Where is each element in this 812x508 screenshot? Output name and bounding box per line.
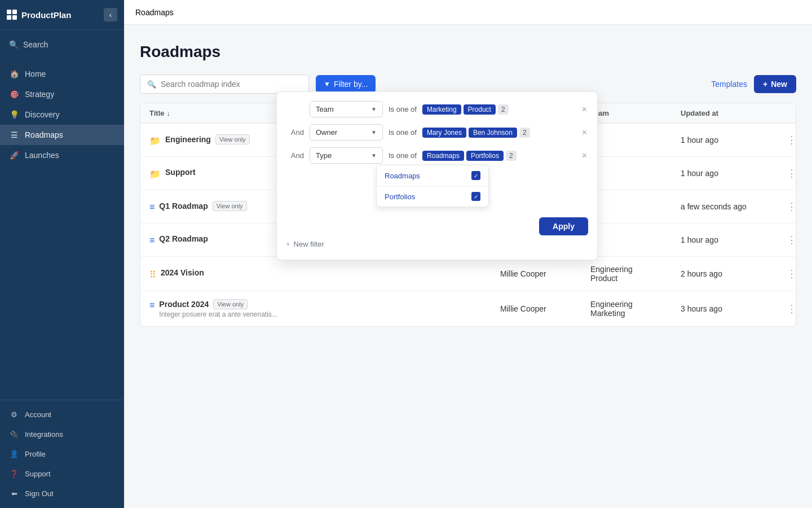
filter-operator-2: Is one of	[389, 128, 417, 137]
filter-button-label: Filter by...	[334, 80, 368, 89]
row-team-cell: Engineering Product	[581, 257, 672, 291]
filter-connector-3: And	[286, 151, 304, 160]
row-title-text: Engineering	[165, 135, 211, 144]
row-more-button[interactable]: ⋮	[782, 265, 801, 282]
row-updated-cell: a few seconds ago	[672, 194, 773, 219]
sidebar-search-button[interactable]: 🔍 Search	[7, 36, 117, 54]
apply-button[interactable]: Apply	[539, 217, 588, 235]
filter-values-3: Roadmaps Portfolios 2	[422, 151, 575, 161]
sidebar-header: ProductPlan ‹	[0, 0, 124, 30]
sidebar-item-signout[interactable]: ⬅ Sign Out	[0, 484, 124, 503]
row-more-button[interactable]: ⋮	[782, 198, 801, 215]
row-title-text: 2024 Vision	[161, 268, 204, 277]
sidebar-item-home[interactable]: 🏠 Home	[0, 64, 124, 84]
search-input[interactable]	[161, 80, 302, 89]
sort-icon: ↓	[167, 109, 171, 117]
filter-remove-button[interactable]: ×	[581, 104, 588, 115]
sidebar-item-strategy[interactable]: 🎯 Strategy	[0, 84, 124, 104]
filter-count: 2	[506, 151, 517, 161]
sidebar-item-account-label: Account	[25, 410, 51, 419]
table-row: ≡ Product 2024 View only Integer posuere…	[140, 291, 796, 326]
new-button[interactable]: + New	[754, 75, 796, 93]
search-box: 🔍	[140, 75, 309, 94]
dropdown-item-portfolios[interactable]: Portfolios ✓	[377, 186, 488, 207]
list-icon: ≡	[149, 300, 155, 310]
launches-icon: 🚀	[9, 151, 19, 160]
sidebar-item-launches[interactable]: 🚀 Launches	[0, 145, 124, 165]
row-actions-cell: ⋮	[773, 190, 796, 223]
row-actions-cell: ⋮	[773, 224, 796, 256]
main-content: Roadmaps Roadmaps 🔍 ▼ Filter by... Templ…	[124, 0, 812, 508]
filter-field-owner[interactable]: Owner ▼	[310, 124, 383, 141]
dropdown-label: Roadmaps	[385, 172, 420, 180]
row-title-text: Product 2024	[159, 300, 209, 309]
sidebar-nav: 🏠 Home 🎯 Strategy 💡 Discovery ☰ Roadmaps…	[0, 59, 124, 400]
filter-operator-3: Is one of	[389, 151, 417, 160]
row-owner-cell: Millie Cooper	[491, 296, 581, 321]
filter-tag: Roadmaps	[422, 151, 464, 161]
type-dropdown: Roadmaps ✓ Portfolios ✓	[376, 165, 489, 207]
filter-remove-button[interactable]: ×	[581, 128, 588, 138]
filter-remove-button[interactable]: ×	[581, 151, 588, 161]
logo-icon	[7, 10, 17, 20]
apply-button-wrapper: Apply	[286, 212, 588, 235]
view-only-badge: View only	[213, 201, 247, 211]
row-more-button[interactable]: ⋮	[782, 132, 801, 148]
row-more-button[interactable]: ⋮	[782, 231, 801, 248]
table-row: ⠿ 2024 Vision Millie Cooper Engineering …	[140, 257, 796, 291]
topbar-title: Roadmaps	[135, 8, 174, 17]
sidebar-search-label: Search	[23, 40, 48, 49]
row-more-button[interactable]: ⋮	[782, 165, 801, 182]
row-updated-cell: 2 hours ago	[672, 261, 773, 286]
row-actions-cell: ⋮	[773, 257, 796, 290]
filter-count: 2	[519, 128, 530, 138]
logo-text: ProductPlan	[21, 10, 71, 20]
filter-button[interactable]: ▼ Filter by...	[316, 75, 376, 93]
row-updated-cell: 1 hour ago	[672, 161, 773, 186]
integrations-icon: 🔌	[9, 430, 19, 439]
sidebar-collapse-button[interactable]: ‹	[104, 8, 117, 21]
filter-field-type[interactable]: Type ▼	[310, 147, 383, 164]
row-actions-cell: ⋮	[773, 124, 796, 156]
sidebar-item-profile[interactable]: 👤 Profile	[0, 444, 124, 464]
checkbox-portfolios[interactable]: ✓	[471, 192, 480, 201]
filter-tag: Marketing	[422, 104, 461, 115]
filter-field-label: Type	[316, 151, 332, 160]
row-title-text: Support	[165, 168, 196, 177]
sidebar-item-launches-label: Launches	[25, 151, 59, 160]
row-more-button[interactable]: ⋮	[782, 300, 801, 317]
search-icon: 🔍	[9, 40, 19, 49]
sidebar-item-signout-label: Sign Out	[25, 489, 54, 498]
filter-tag: Product	[464, 104, 496, 115]
row-owner-cell: Millie Cooper	[491, 261, 581, 286]
sidebar-item-integrations[interactable]: 🔌 Integrations	[0, 424, 124, 444]
filter-row-type: And Type ▼ Is one of Roadmaps Portfolios…	[286, 147, 588, 164]
dropdown-label: Portfolios	[385, 192, 415, 201]
sidebar-item-roadmaps[interactable]: ☰ Roadmaps	[0, 125, 124, 145]
checkbox-roadmaps[interactable]: ✓	[471, 171, 480, 180]
dropdown-item-roadmaps[interactable]: Roadmaps ✓	[377, 165, 488, 186]
sidebar-item-discovery[interactable]: 💡 Discovery	[0, 104, 124, 125]
view-only-badge: View only	[213, 299, 248, 309]
templates-button[interactable]: Templates	[711, 80, 747, 89]
sidebar-item-profile-label: Profile	[25, 450, 46, 458]
sidebar-item-account[interactable]: ⚙ Account	[0, 405, 124, 424]
filter-operator-1: Is one of	[389, 105, 417, 113]
sidebar-item-support[interactable]: ❓ Support	[0, 464, 124, 484]
row-title-cell: ⠿ 2024 Vision	[140, 260, 491, 288]
row-updated-cell: 1 hour ago	[672, 128, 773, 152]
add-filter-label: New filter	[294, 240, 324, 248]
filter-field-team[interactable]: Team ▼	[310, 101, 383, 117]
chevron-down-icon: ▼	[371, 129, 377, 135]
discovery-icon: 💡	[9, 110, 19, 119]
new-button-label: New	[771, 80, 787, 89]
list-icon: ≡	[149, 202, 155, 212]
row-actions-cell: ⋮	[773, 157, 796, 190]
filter-values-1: Marketing Product 2	[422, 104, 575, 115]
row-actions-cell: ⋮	[773, 292, 796, 325]
search-box-icon: 🔍	[147, 80, 156, 89]
filter-connector-2: And	[286, 128, 304, 137]
filter-panel: Team ▼ Is one of Marketing Product 2 × A…	[276, 91, 598, 260]
col-header-actions	[773, 103, 796, 123]
add-filter-row[interactable]: + New filter	[286, 238, 588, 251]
